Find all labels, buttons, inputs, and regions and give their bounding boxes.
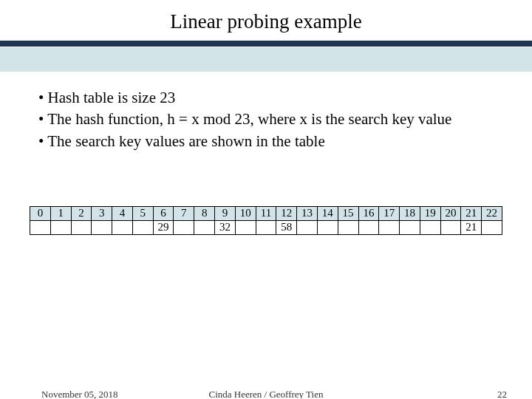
index-cell: 6 [153,206,174,220]
index-cell: 10 [235,206,256,220]
value-cell [112,220,133,234]
footer-authors: Cinda Heeren / Geoffrey Tien [0,389,532,399]
hash-table: 012345678910111213141516171819202122 293… [30,206,502,235]
index-cell: 17 [379,206,400,220]
index-cell: 12 [276,206,297,220]
title-area: Linear probing example [0,0,532,33]
index-cell: 0 [30,206,51,220]
slide-title: Linear probing example [0,10,532,33]
index-cell: 15 [338,206,358,220]
value-cell [50,220,71,234]
index-cell: 9 [215,206,236,220]
value-cell [400,220,420,234]
index-cell: 4 [112,206,133,220]
index-cell: 22 [482,206,502,220]
value-cell [317,220,338,234]
value-cell [440,220,461,234]
index-cell: 19 [420,206,440,220]
hash-table-container: 012345678910111213141516171819202122 293… [30,206,502,235]
index-cell: 18 [400,206,420,220]
index-cell: 7 [174,206,194,220]
value-cell [71,220,92,234]
index-cell: 8 [194,206,215,220]
index-cell: 5 [132,206,153,220]
index-cell: 14 [317,206,338,220]
value-cell: 29 [153,220,174,234]
value-cell [379,220,400,234]
index-cell: 1 [50,206,71,220]
bullet-item: The hash function, h = x mod 23, where x… [25,109,507,129]
value-cell [194,220,215,234]
index-cell: 3 [92,206,112,220]
index-cell: 16 [358,206,379,220]
header-bar-dark [0,41,532,47]
content-area: Hash table is size 23 The hash function,… [0,72,532,235]
header-bar-light [0,47,532,72]
value-cell [482,220,502,234]
footer-page-number: 22 [497,389,507,399]
bullet-item: The search key values are shown in the t… [25,132,507,151]
index-cell: 2 [71,206,92,220]
value-cell: 58 [276,220,297,234]
value-cell [132,220,153,234]
index-cell: 21 [461,206,482,220]
value-cell [235,220,256,234]
index-cell: 11 [256,206,276,220]
bullet-list: Hash table is size 23 The hash function,… [25,88,507,151]
value-cell [358,220,379,234]
value-cell [338,220,358,234]
value-cell [174,220,194,234]
value-cell [256,220,276,234]
index-cell: 20 [440,206,461,220]
value-cell [297,220,318,234]
index-row: 012345678910111213141516171819202122 [30,206,502,220]
value-cell: 21 [461,220,482,234]
value-row: 29325821 [30,220,502,234]
value-cell: 32 [215,220,236,234]
bullet-item: Hash table is size 23 [25,88,507,108]
value-cell [30,220,51,234]
index-cell: 13 [297,206,318,220]
value-cell [92,220,112,234]
value-cell [420,220,440,234]
